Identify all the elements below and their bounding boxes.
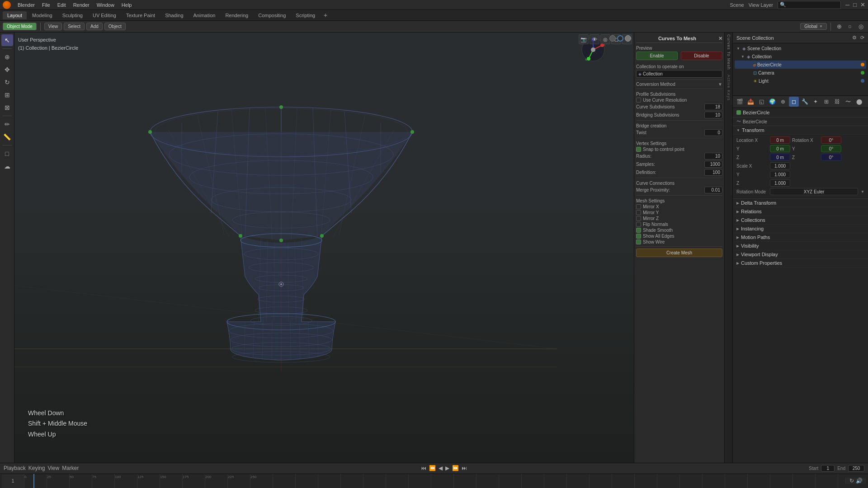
select-menu[interactable]: Select <box>64 23 85 30</box>
tab-sculpting[interactable]: Sculpting <box>58 11 87 19</box>
scale-y-field[interactable]: 1.000 <box>770 171 790 178</box>
shading-btn[interactable]: ◎ <box>600 34 610 44</box>
playback-menu[interactable]: Playback <box>4 465 26 471</box>
tab-animation[interactable]: Animation <box>189 11 220 19</box>
data-props-btn[interactable]: 〜 <box>843 97 853 107</box>
menu-render[interactable]: Render <box>70 1 93 9</box>
current-frame-display[interactable]: 1 <box>2 474 24 488</box>
show-wire-checkbox[interactable] <box>636 239 641 244</box>
relations-header[interactable]: ▶ Relations <box>733 207 868 216</box>
end-frame-field[interactable]: 250 <box>848 465 864 472</box>
transform-header[interactable]: ▼ Transform <box>733 126 868 135</box>
tree-camera[interactable]: ▷ ⊡ Camera <box>735 69 866 77</box>
instancing-header[interactable]: ▶ Instancing <box>733 225 868 233</box>
rotation-y-field[interactable]: 0° <box>821 145 841 152</box>
jump-start-btn[interactable]: ⏮ <box>421 465 426 471</box>
flip-normals-checkbox[interactable] <box>636 222 641 227</box>
output-props-btn[interactable]: 📤 <box>745 97 755 107</box>
tab-compositing[interactable]: Compositing <box>254 11 290 19</box>
tree-bezier-circle[interactable]: ▷ ⌀ BezierCircle <box>735 61 866 69</box>
scale-z-field[interactable]: 1.000 <box>770 179 790 187</box>
add-object-tool[interactable]: ☁ <box>1 160 13 172</box>
snap-control-point-checkbox[interactable] <box>636 147 641 152</box>
panel-close-btn[interactable]: ✕ <box>718 36 722 42</box>
tab-rendering[interactable]: Rendering <box>221 11 253 19</box>
cursor-tool[interactable]: ⊕ <box>1 51 13 63</box>
annotate-tool[interactable]: ✏ <box>1 118 13 130</box>
shade-smooth-checkbox[interactable] <box>636 228 641 233</box>
delta-transform-header[interactable]: ▶ Delta Transform <box>733 199 868 207</box>
twist-field[interactable]: 0 <box>704 129 722 136</box>
marker-menu[interactable]: Marker <box>62 465 79 471</box>
window-close[interactable]: ✕ <box>860 1 865 8</box>
outliner-sync-btn[interactable]: ⟳ <box>860 35 864 41</box>
wireframe-shading-btn[interactable] <box>617 35 623 42</box>
enable-btn[interactable]: Enable <box>636 52 678 60</box>
measure-tool[interactable]: 📏 <box>1 131 13 143</box>
timeline-frames[interactable]: 0 25 50 75 100 125 150 175 200 225 250 <box>24 474 845 488</box>
timeline-scrubber[interactable]: 1 0 25 50 75 100 125 150 175 200 225 250… <box>0 474 868 488</box>
render-props-btn[interactable]: 🎬 <box>735 97 745 107</box>
merge-proximity-field[interactable]: 0.01 <box>704 187 722 193</box>
object-props-btn[interactable]: ◻ <box>789 97 799 107</box>
audio-btn[interactable]: 🔊 <box>856 478 863 484</box>
snap-icon[interactable]: ⊕ <box>835 22 844 31</box>
material-props-btn[interactable]: ⬤ <box>854 97 864 107</box>
mirror-z-checkbox[interactable] <box>636 216 641 221</box>
object-menu[interactable]: Object <box>104 23 126 30</box>
camera-view-btn[interactable]: 📷 <box>579 34 589 44</box>
timeline-cursor[interactable] <box>33 474 34 488</box>
world-props-btn[interactable]: ⊕ <box>778 97 788 107</box>
window-maximize[interactable]: □ <box>853 1 857 8</box>
menu-window[interactable]: Window <box>94 1 118 9</box>
scale-x-field[interactable]: 1.000 <box>770 162 790 169</box>
menu-help[interactable]: Help <box>118 1 135 9</box>
location-z-field[interactable]: 0 m <box>770 154 790 161</box>
mirror-y-checkbox[interactable] <box>636 210 641 215</box>
rotation-mode-field[interactable]: XYZ Euler <box>770 188 858 195</box>
custom-properties-header[interactable]: ▶ Custom Properties <box>733 259 868 267</box>
add-workspace-btn[interactable]: ＋ <box>322 11 329 19</box>
global-dropdown[interactable]: Global ▼ <box>800 23 827 30</box>
prev-frame-btn[interactable]: ⏪ <box>429 465 436 471</box>
collections-header[interactable]: ▶ Collections <box>733 216 868 225</box>
tab-scripting[interactable]: Scripting <box>291 11 320 19</box>
bridging-subdiv-field[interactable]: 10 <box>704 112 722 118</box>
visibility-header[interactable]: ▶ Visibility <box>733 242 868 250</box>
rotation-z-field[interactable]: 0° <box>821 154 841 161</box>
loop-btn[interactable]: ↻ <box>849 478 854 484</box>
disable-btn[interactable]: Disable <box>681 52 722 60</box>
tree-light[interactable]: ▷ ☀ Light <box>735 77 866 85</box>
rotation-x-field[interactable]: 0° <box>821 136 841 144</box>
rendered-shading-btn[interactable] <box>625 35 631 42</box>
show-all-edges-checkbox[interactable] <box>636 234 641 239</box>
tree-scene-collection[interactable]: ▼ ◈ Scene Collection <box>735 44 866 52</box>
location-x-field[interactable]: 0 m <box>770 136 790 144</box>
keying-menu[interactable]: Keying <box>28 465 45 471</box>
3d-viewport[interactable]: User Perspective (1) Collection | Bezier… <box>14 33 634 463</box>
scene-props-btn[interactable]: 🌍 <box>767 97 777 107</box>
view-menu[interactable]: View <box>44 23 62 30</box>
mirror-x-checkbox[interactable] <box>636 204 641 209</box>
motion-paths-header[interactable]: ▶ Motion Paths <box>733 233 868 242</box>
use-curve-resolution-checkbox[interactable] <box>636 98 641 103</box>
play-reverse-btn[interactable]: ◀ <box>439 465 443 471</box>
curve-subdiv-field[interactable]: 18 <box>704 103 722 110</box>
play-btn[interactable]: ▶ <box>445 465 449 471</box>
view-menu-timeline[interactable]: View <box>47 465 59 471</box>
proportional-edit-icon[interactable]: ○ <box>845 22 854 31</box>
menu-file[interactable]: File <box>39 1 53 9</box>
search-bar[interactable]: 🔍 <box>778 1 841 9</box>
jump-end-btn[interactable]: ⏭ <box>462 465 467 471</box>
scale-tool[interactable]: ⊞ <box>1 89 13 101</box>
start-frame-field[interactable]: 1 <box>821 465 835 472</box>
viewport-display-header[interactable]: ▶ Viewport Display <box>733 250 868 259</box>
select-tool[interactable]: ↖ <box>1 34 13 46</box>
tab-layout[interactable]: Layout <box>3 11 27 19</box>
mode-selector[interactable]: Object Mode <box>3 23 37 30</box>
tab-texture-paint[interactable]: Texture Paint <box>122 11 160 19</box>
particle-props-btn[interactable]: ✦ <box>811 97 821 107</box>
next-frame-btn[interactable]: ⏩ <box>452 465 459 471</box>
physics-props-btn[interactable]: ⊞ <box>821 97 831 107</box>
menu-edit[interactable]: Edit <box>54 1 69 9</box>
